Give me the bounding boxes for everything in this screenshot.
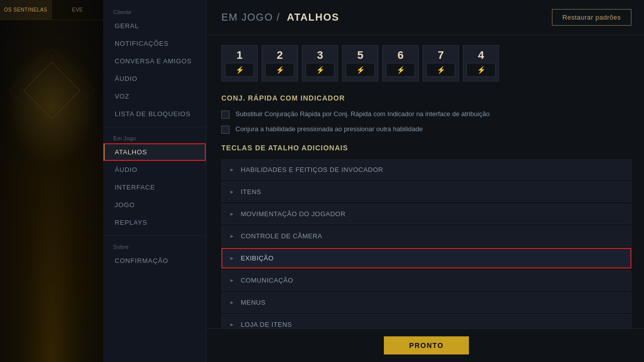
key-slot-7[interactable]: 7 ⚡ [423,45,459,81]
accordion-loja[interactable]: ► LOJA DE ITENS [221,314,631,328]
checkbox-label-2: Conjura a habilidade pressionada ao pres… [235,125,423,134]
lightning-icon-2: ⚡ [276,66,284,74]
key-number-3: 3 [317,50,323,61]
shortcuts-section: TECLAS DE ATALHO ADICIONAIS ► HABILIDADE… [221,144,631,328]
content-footer: PRONTO [206,328,644,362]
key-bottom-7: ⚡ [426,63,455,77]
key-number-1: 1 [236,50,243,61]
page-title-main: ATALHOS [287,12,339,23]
accordion-label-comunicacao: COMUNICAÇÃO [240,277,293,284]
content-header: EM JOGO / ATALHOS Restaurar padrões [206,0,644,35]
checkbox-1[interactable] [221,111,229,119]
key-slot-1[interactable]: 1 ⚡ [221,45,258,81]
arrow-icon-loja: ► [229,322,234,327]
checkbox-item-1: Substituir Conjuração Rápida por Conj. R… [221,110,631,119]
content-area: EM JOGO / ATALHOS Restaurar padrões 1 ⚡ … [206,0,644,362]
checkbox-label-1: Substituir Conjuração Rápida por Conj. R… [235,110,490,119]
checkbox-item-2: Conjura a habilidade pressionada ao pres… [221,125,631,134]
sidebar-item-conversa[interactable]: CONVERSA E AMIGOS [103,52,206,70]
lightning-icon-1: ⚡ [235,66,244,74]
arrow-icon-habilidades: ► [229,167,234,172]
sidebar-item-voz[interactable]: VOZ [103,87,206,105]
accordion-comunicacao[interactable]: ► COMUNICAÇÃO [221,270,631,291]
accordion-label-exibicao: EXIBIÇÃO [240,254,273,262]
key-bottom-6: ⚡ [386,63,415,77]
arrow-icon-itens: ► [229,189,234,195]
lightning-icon-5: ⚡ [356,66,365,74]
sidebar-item-interface[interactable]: INTERFACE [103,178,206,196]
arrow-icon-comunicacao: ► [229,278,234,283]
accordion-label-loja: LOJA DE ITENS [240,321,292,328]
accordion-label-controle: CONTROLE DE CÂMERA [240,232,322,240]
key-bottom-5: ⚡ [346,63,375,77]
key-bottom-1: ⚡ [225,63,254,77]
sidebar-item-atalhos[interactable]: ATALHOS [103,143,206,161]
key-bottom-3: ⚡ [305,63,335,77]
accordion-controle[interactable]: ► CONTROLE DE CÂMERA [221,226,631,246]
additional-shortcuts-title: TECLAS DE ATALHO ADICIONAIS [221,144,631,152]
page-title: EM JOGO / ATALHOS [221,12,339,23]
accordion-menus[interactable]: ► MENUS [221,292,631,313]
checkbox-2[interactable] [221,126,229,134]
accordion-itens[interactable]: ► ITENS [221,182,631,202]
accordion-label-itens: ITENS [240,188,261,196]
accordion-movimentacao[interactable]: ► MOVIMENTAÇÃO DO JOGADOR [221,204,631,224]
sidebar-item-bloqueios[interactable]: LISTA DE BLOQUEIOS [103,105,206,123]
key-slots-row: 1 ⚡ 2 ⚡ 3 ⚡ 5 [221,45,631,81]
lightning-icon-7: ⚡ [437,66,445,74]
key-slot-2[interactable]: 2 ⚡ [262,45,298,81]
key-bottom-4: ⚡ [466,63,496,77]
key-number-6: 6 [397,50,404,61]
key-slot-3[interactable]: 3 ⚡ [302,45,338,81]
key-number-4: 4 [478,50,484,61]
accordion-label-habilidades: HABILIDADES E FEITIÇOS DE INVOCADOR [240,166,383,173]
restore-defaults-button[interactable]: Restaurar padrões [552,9,631,26]
sidebar-item-notificacoes[interactable]: NOTIFICAÇÕES [103,35,206,52]
main-panel: Cliente GERAL NOTIFICAÇÕES CONVERSA E AM… [103,0,644,362]
left-top-bar: OS SENTINELAS EVE [0,0,103,20]
accordion-exibicao[interactable]: ► EXIBIÇÃO [221,248,631,268]
arrow-icon-movimentacao: ► [229,211,234,217]
lightning-icon-3: ⚡ [316,66,325,74]
arrow-icon-controle: ► [229,233,234,239]
sidebar: Cliente GERAL NOTIFICAÇÕES CONVERSA E AM… [103,0,206,362]
sidebar-item-jogo[interactable]: JOGO [103,196,206,214]
sidebar-section-cliente: Cliente [103,5,206,17]
key-number-5: 5 [357,50,363,61]
lightning-icon-4: ⚡ [477,66,486,74]
key-number-2: 2 [277,50,283,61]
sidebar-section-sobre: Sobre [103,240,206,252]
sidebar-section-emjogo: Em jogo [103,131,206,143]
key-slot-6[interactable]: 6 ⚡ [382,45,419,81]
ready-button[interactable]: PRONTO [384,336,469,354]
sidebar-item-replays[interactable]: REPLAYS [103,214,206,231]
key-bottom-2: ⚡ [265,63,294,77]
lightning-icon-6: ⚡ [396,66,405,74]
key-slot-4[interactable]: 4 ⚡ [463,45,499,81]
accordion-label-movimentacao: MOVIMENTAÇÃO DO JOGADOR [240,210,345,218]
sidebar-divider [103,127,206,127]
tab-sentinelas[interactable]: OS SENTINELAS [0,0,52,20]
key-number-7: 7 [438,50,444,61]
arrow-icon-exibicao: ► [229,255,234,261]
key-slot-5[interactable]: 5 ⚡ [342,45,378,81]
conj-rapida-title: CONJ. RÁPIDA COM INDICADOR [221,94,631,102]
accordion-habilidades[interactable]: ► HABILIDADES E FEITIÇOS DE INVOCADOR [221,159,631,180]
arrow-icon-menus: ► [229,300,234,305]
sidebar-item-geral[interactable]: GERAL [103,17,206,35]
tab-eve[interactable]: EVE [52,0,103,20]
accordion-label-menus: MENUS [240,299,265,306]
breadcrumb: EM JOGO / [221,12,280,23]
content-body: 1 ⚡ 2 ⚡ 3 ⚡ 5 [206,35,644,328]
sidebar-item-audio-cliente[interactable]: ÁUDIO [103,70,206,87]
left-panel: OS SENTINELAS EVE [0,0,103,362]
sidebar-divider-2 [103,235,206,236]
sidebar-item-confirmacao[interactable]: CONFIRMAÇÃO [103,252,206,269]
sidebar-item-audio-jogo[interactable]: ÁUDIO [103,161,206,178]
